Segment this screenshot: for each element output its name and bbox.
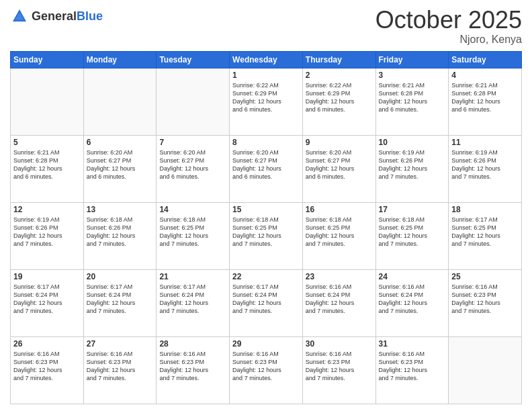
cell-info: Sunrise: 6:21 AM Sunset: 6:28 PM Dayligh…: [451, 81, 519, 114]
day-number: 13: [87, 205, 154, 214]
calendar-cell: 5Sunrise: 6:21 AM Sunset: 6:28 PM Daylig…: [11, 135, 84, 202]
cell-info: Sunrise: 6:20 AM Sunset: 6:27 PM Dayligh…: [159, 148, 226, 181]
calendar-cell: 15Sunrise: 6:18 AM Sunset: 6:25 PM Dayli…: [230, 202, 303, 269]
cell-info: Sunrise: 6:20 AM Sunset: 6:27 PM Dayligh…: [87, 148, 154, 181]
calendar-week-row: 1Sunrise: 6:22 AM Sunset: 6:29 PM Daylig…: [11, 68, 522, 135]
logo-general: General: [32, 9, 77, 23]
day-number: 22: [232, 272, 300, 281]
weekday-header: Wednesday: [230, 51, 303, 68]
day-number: 12: [13, 205, 81, 214]
cell-info: Sunrise: 6:16 AM Sunset: 6:23 PM Dayligh…: [379, 350, 446, 383]
calendar-cell: 27Sunrise: 6:16 AM Sunset: 6:23 PM Dayli…: [83, 336, 157, 404]
calendar-cell: 10Sunrise: 6:19 AM Sunset: 6:26 PM Dayli…: [375, 135, 449, 202]
calendar-cell: 29Sunrise: 6:16 AM Sunset: 6:23 PM Dayli…: [230, 336, 303, 404]
weekday-header: Sunday: [11, 51, 84, 68]
cell-info: Sunrise: 6:20 AM Sunset: 6:27 PM Dayligh…: [306, 148, 373, 181]
day-number: 11: [451, 138, 519, 147]
calendar-cell: 21Sunrise: 6:17 AM Sunset: 6:24 PM Dayli…: [157, 269, 230, 336]
calendar-cell: 19Sunrise: 6:17 AM Sunset: 6:24 PM Dayli…: [11, 269, 84, 336]
calendar-cell: 17Sunrise: 6:18 AM Sunset: 6:25 PM Dayli…: [375, 202, 449, 269]
day-number: 4: [451, 71, 519, 80]
weekday-header: Saturday: [449, 51, 522, 68]
cell-info: Sunrise: 6:16 AM Sunset: 6:24 PM Dayligh…: [306, 283, 373, 316]
day-number: 21: [159, 272, 226, 281]
day-number: 24: [379, 272, 446, 281]
title-area: October 2025 Njoro, Kenya: [375, 7, 522, 46]
calendar-cell: 26Sunrise: 6:16 AM Sunset: 6:23 PM Dayli…: [11, 336, 84, 404]
cell-info: Sunrise: 6:16 AM Sunset: 6:23 PM Dayligh…: [451, 283, 519, 316]
logo-blue: Blue: [77, 9, 103, 23]
calendar-cell: 7Sunrise: 6:20 AM Sunset: 6:27 PM Daylig…: [157, 135, 230, 202]
day-number: 20: [87, 272, 154, 281]
cell-info: Sunrise: 6:16 AM Sunset: 6:23 PM Dayligh…: [159, 350, 226, 383]
day-number: 31: [379, 339, 446, 349]
cell-info: Sunrise: 6:16 AM Sunset: 6:23 PM Dayligh…: [232, 350, 300, 383]
cell-info: Sunrise: 6:22 AM Sunset: 6:29 PM Dayligh…: [306, 81, 373, 114]
day-number: 17: [379, 205, 446, 214]
weekday-header: Thursday: [302, 51, 375, 68]
calendar-cell: 16Sunrise: 6:18 AM Sunset: 6:25 PM Dayli…: [302, 202, 375, 269]
calendar-cell: 13Sunrise: 6:18 AM Sunset: 6:26 PM Dayli…: [83, 202, 157, 269]
cell-info: Sunrise: 6:16 AM Sunset: 6:23 PM Dayligh…: [13, 350, 81, 383]
cell-info: Sunrise: 6:18 AM Sunset: 6:25 PM Dayligh…: [232, 216, 300, 248]
logo-text: GeneralBlue: [32, 9, 103, 24]
month-title: October 2025: [375, 7, 522, 34]
calendar-cell: 20Sunrise: 6:17 AM Sunset: 6:24 PM Dayli…: [83, 269, 157, 336]
calendar-cell: 8Sunrise: 6:20 AM Sunset: 6:27 PM Daylig…: [230, 135, 303, 202]
page: GeneralBlue October 2025 Njoro, Kenya Su…: [0, 0, 532, 411]
calendar-week-row: 26Sunrise: 6:16 AM Sunset: 6:23 PM Dayli…: [11, 336, 522, 404]
calendar-cell: 6Sunrise: 6:20 AM Sunset: 6:27 PM Daylig…: [83, 135, 157, 202]
calendar-cell: 12Sunrise: 6:19 AM Sunset: 6:26 PM Dayli…: [11, 202, 84, 269]
cell-info: Sunrise: 6:16 AM Sunset: 6:24 PM Dayligh…: [379, 283, 446, 316]
cell-info: Sunrise: 6:18 AM Sunset: 6:25 PM Dayligh…: [379, 216, 446, 248]
cell-info: Sunrise: 6:19 AM Sunset: 6:26 PM Dayligh…: [451, 148, 519, 181]
cell-info: Sunrise: 6:21 AM Sunset: 6:28 PM Dayligh…: [379, 81, 446, 114]
day-number: 27: [87, 339, 154, 349]
cell-info: Sunrise: 6:19 AM Sunset: 6:26 PM Dayligh…: [379, 148, 446, 181]
day-number: 18: [451, 205, 519, 214]
calendar-cell: 23Sunrise: 6:16 AM Sunset: 6:24 PM Dayli…: [302, 269, 375, 336]
day-number: 10: [379, 138, 446, 147]
calendar-week-row: 19Sunrise: 6:17 AM Sunset: 6:24 PM Dayli…: [11, 269, 522, 336]
calendar-cell: 18Sunrise: 6:17 AM Sunset: 6:25 PM Dayli…: [449, 202, 522, 269]
calendar-cell: 30Sunrise: 6:16 AM Sunset: 6:23 PM Dayli…: [302, 336, 375, 404]
day-number: 23: [306, 272, 373, 281]
calendar-cell: 1Sunrise: 6:22 AM Sunset: 6:29 PM Daylig…: [230, 68, 303, 135]
day-number: 6: [87, 138, 154, 147]
cell-info: Sunrise: 6:16 AM Sunset: 6:23 PM Dayligh…: [306, 350, 373, 383]
calendar-cell: 25Sunrise: 6:16 AM Sunset: 6:23 PM Dayli…: [449, 269, 522, 336]
cell-info: Sunrise: 6:16 AM Sunset: 6:23 PM Dayligh…: [87, 350, 154, 383]
day-number: 3: [379, 71, 446, 80]
calendar-cell: 4Sunrise: 6:21 AM Sunset: 6:28 PM Daylig…: [449, 68, 522, 135]
day-number: 14: [159, 205, 226, 214]
calendar-cell: 11Sunrise: 6:19 AM Sunset: 6:26 PM Dayli…: [449, 135, 522, 202]
cell-info: Sunrise: 6:17 AM Sunset: 6:24 PM Dayligh…: [232, 283, 300, 316]
weekday-header: Monday: [83, 51, 157, 68]
calendar-week-row: 12Sunrise: 6:19 AM Sunset: 6:26 PM Dayli…: [11, 202, 522, 269]
calendar-cell: 2Sunrise: 6:22 AM Sunset: 6:29 PM Daylig…: [302, 68, 375, 135]
day-number: 8: [232, 138, 300, 147]
cell-info: Sunrise: 6:17 AM Sunset: 6:24 PM Dayligh…: [87, 283, 154, 316]
day-number: 28: [159, 339, 226, 349]
weekday-header: Tuesday: [157, 51, 230, 68]
calendar-cell: [449, 336, 522, 404]
day-number: 26: [13, 339, 81, 349]
calendar-cell: [83, 68, 157, 135]
logo-icon: [10, 7, 29, 26]
day-number: 19: [13, 272, 81, 281]
calendar-cell: 31Sunrise: 6:16 AM Sunset: 6:23 PM Dayli…: [375, 336, 449, 404]
day-number: 30: [306, 339, 373, 349]
cell-info: Sunrise: 6:18 AM Sunset: 6:26 PM Dayligh…: [87, 216, 154, 248]
day-number: 7: [159, 138, 226, 147]
day-number: 2: [306, 71, 373, 80]
calendar-cell: 3Sunrise: 6:21 AM Sunset: 6:28 PM Daylig…: [375, 68, 449, 135]
cell-info: Sunrise: 6:17 AM Sunset: 6:24 PM Dayligh…: [13, 283, 81, 316]
calendar-cell: 14Sunrise: 6:18 AM Sunset: 6:25 PM Dayli…: [157, 202, 230, 269]
calendar-cell: 22Sunrise: 6:17 AM Sunset: 6:24 PM Dayli…: [230, 269, 303, 336]
day-number: 1: [232, 71, 300, 80]
calendar-table: SundayMondayTuesdayWednesdayThursdayFrid…: [10, 51, 522, 404]
cell-info: Sunrise: 6:17 AM Sunset: 6:25 PM Dayligh…: [451, 216, 519, 248]
calendar-cell: [11, 68, 84, 135]
cell-info: Sunrise: 6:17 AM Sunset: 6:24 PM Dayligh…: [159, 283, 226, 316]
location: Njoro, Kenya: [375, 34, 522, 46]
